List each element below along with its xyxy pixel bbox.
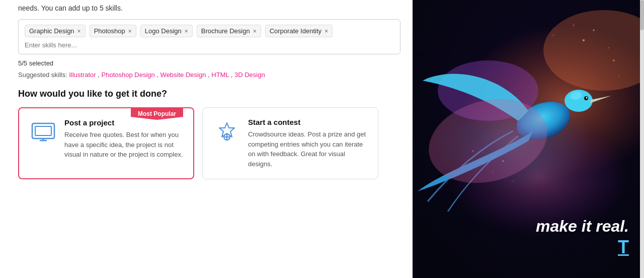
start-contest-text: Start a contest Crowdsource ideas. Post … <box>248 118 368 169</box>
remove-skill-brochure-design[interactable]: × <box>253 28 257 34</box>
cards-container: Most Popular Post a project Receive free… <box>18 107 400 179</box>
svg-point-23 <box>586 97 588 99</box>
suggested-skill-3d-design[interactable]: 3D Design <box>234 71 265 79</box>
post-project-icon <box>29 118 57 147</box>
skill-tag-brochure-design[interactable]: Brochure Design × <box>197 25 261 37</box>
svg-point-18 <box>553 35 554 36</box>
scrollbar-track[interactable] <box>640 0 644 278</box>
svg-point-27 <box>493 171 494 172</box>
start-contest-content: Start a contest Crowdsource ideas. Post … <box>213 118 368 169</box>
skill-label: Graphic Design <box>29 27 74 35</box>
svg-point-14 <box>593 30 595 31</box>
tagline-text: make it real. <box>536 217 629 235</box>
skill-label: Corporate Identity <box>270 27 321 35</box>
skill-tag-logo-design[interactable]: Logo Design × <box>140 25 193 37</box>
skill-label: Brochure Design <box>201 27 250 35</box>
skill-tag-graphic-design[interactable]: Graphic Design × <box>25 25 86 37</box>
skill-tag-corporate-identity[interactable]: Corporate Identity × <box>265 25 333 37</box>
post-project-content: Post a project Receive free quotes. Best… <box>29 118 183 160</box>
svg-point-13 <box>583 39 585 41</box>
suggested-skills-row: Suggested skills: Illustrator , Photosho… <box>18 71 400 79</box>
skill-label: Logo Design <box>145 27 182 35</box>
selected-count: 5/5 selected <box>18 59 400 67</box>
scrollbar-thumb[interactable] <box>640 0 644 30</box>
start-contest-desc: Crowdsource ideas. Post a prize and get … <box>248 129 368 169</box>
remove-skill-corporate-identity[interactable]: × <box>325 28 328 34</box>
start-contest-card[interactable]: Start a contest Crowdsource ideas. Post … <box>202 107 378 179</box>
skills-input-box[interactable]: Graphic Design × Photoshop × Logo Design… <box>18 19 400 54</box>
svg-point-15 <box>608 47 609 48</box>
skill-label: Photoshop <box>94 27 125 35</box>
post-project-desc: Receive free quotes. Best for when you h… <box>64 130 183 160</box>
suggested-skill-illustrator[interactable]: Illustrator <box>69 71 96 79</box>
svg-point-17 <box>613 59 615 61</box>
remove-skill-logo-design[interactable]: × <box>185 28 188 34</box>
svg-point-29 <box>472 150 474 152</box>
start-contest-title: Start a contest <box>248 118 368 126</box>
left-panel: needs. You can add up to 5 skills. Graph… <box>0 0 413 278</box>
svg-point-19 <box>618 75 620 77</box>
post-project-card[interactable]: Most Popular Post a project Receive free… <box>18 107 194 179</box>
post-project-title: Post a project <box>64 118 183 127</box>
right-panel: make it real. T <box>413 0 644 278</box>
tagline: make it real. T <box>536 217 629 258</box>
suggested-skill-html[interactable]: HTML <box>211 71 229 79</box>
brand-icon: T <box>618 237 629 257</box>
svg-point-28 <box>513 181 514 182</box>
svg-point-26 <box>502 160 504 162</box>
section-heading: How would you like to get it done? <box>18 89 400 99</box>
suggested-skill-website-design[interactable]: Website Design <box>160 71 206 79</box>
remove-skill-graphic-design[interactable]: × <box>77 28 81 34</box>
svg-rect-1 <box>35 126 51 135</box>
intro-text: needs. You can add up to 5 skills. <box>18 4 400 12</box>
skill-input[interactable] <box>25 41 394 49</box>
suggested-skill-photoshop-design[interactable]: Photoshop Design <box>102 71 155 79</box>
skill-tag-photoshop[interactable]: Photoshop × <box>90 25 136 37</box>
post-project-text: Post a project Receive free quotes. Best… <box>64 118 183 160</box>
start-contest-icon <box>213 118 241 146</box>
remove-skill-photoshop[interactable]: × <box>128 28 132 34</box>
svg-point-16 <box>573 25 575 26</box>
suggested-label: Suggested skills: <box>18 71 67 79</box>
